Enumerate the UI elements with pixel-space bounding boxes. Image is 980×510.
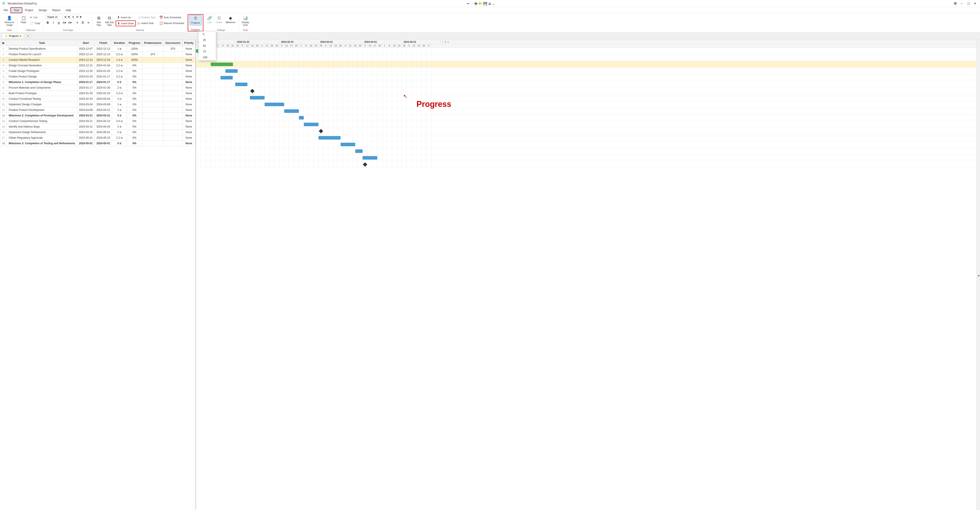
resource-usage-btn[interactable]: 👤 ResourceUsage <box>3 15 16 28</box>
open-btn[interactable]: 📂 <box>479 2 482 5</box>
gantt-row[interactable] <box>196 101 980 108</box>
th-collapse[interactable]: ▶ <box>0 40 7 46</box>
milestone-btn[interactable]: ◆ Milestone <box>224 15 237 25</box>
table-row[interactable]: 16 Implement Design Refinements 2024-04-… <box>0 129 196 135</box>
gantt-row[interactable] <box>196 94 980 101</box>
table-row[interactable]: 14 Conduct Comprehensive Testing 2024-03… <box>0 118 196 124</box>
save-btn[interactable]: 💾 <box>483 2 487 5</box>
menu-report[interactable]: Report <box>50 8 63 13</box>
cut-btn[interactable]: ✂ Cut <box>28 15 42 20</box>
gantt-bar[interactable] <box>211 62 233 66</box>
menu-file[interactable]: File <box>1 8 11 13</box>
gantt-row[interactable] <box>196 148 980 154</box>
table-row[interactable]: 15 Identify and Address Bugs 2024-04-12 … <box>0 124 196 129</box>
copy-btn[interactable]: 📄 Copy <box>28 21 42 26</box>
menu-help[interactable]: Help <box>63 8 74 13</box>
undo-btn[interactable]: ↩ <box>467 2 469 5</box>
progress-100[interactable]: 100 <box>199 54 216 60</box>
maximize-btn[interactable]: ⬜ <box>965 1 972 6</box>
align-left-btn[interactable]: ≡ <box>75 20 80 25</box>
gantt-row[interactable] <box>196 68 980 75</box>
bold-btn[interactable]: B <box>45 20 50 25</box>
more-btn[interactable]: ⌄ <box>492 2 495 5</box>
table-row[interactable]: 10 Conduct Functional Testing 2024-02-20… <box>0 96 196 102</box>
progress-25[interactable]: 25 <box>199 37 216 43</box>
gantt-row[interactable] <box>196 48 980 54</box>
italic-btn[interactable]: I <box>51 20 56 25</box>
table-row[interactable]: 9 Build Product Prototype 2024-01-30 202… <box>0 91 196 96</box>
th-priority[interactable]: Priority <box>182 40 195 46</box>
manual-scheduled-btn[interactable]: 📋 Manual Scheduled <box>158 21 186 26</box>
menu-design[interactable]: Design <box>36 8 49 13</box>
insert-up-btn[interactable]: ⬆ Insert Up <box>116 15 136 20</box>
gantt-bar[interactable] <box>363 156 377 160</box>
gantt-bar[interactable] <box>265 103 284 106</box>
menu-task[interactable]: Task <box>11 7 22 13</box>
table-row[interactable]: 4 Design Concept Generation 2023-12-21 2… <box>0 62 196 68</box>
table-row[interactable]: 17 Obtain Regulatory Approvals 2024-05-0… <box>0 135 196 140</box>
gantt-row[interactable] <box>196 108 980 114</box>
print-btn[interactable]: 🖨 <box>488 2 491 5</box>
gantt-bar[interactable] <box>221 76 233 79</box>
project-tab[interactable]: ⚡ Project1 <box>2 33 24 39</box>
table-row[interactable]: 2 Finalize Product for Launch 2023-12-14… <box>0 51 196 57</box>
gantt-bar[interactable] <box>355 149 363 153</box>
redo-btn[interactable]: ↪ <box>470 2 473 5</box>
table-row[interactable]: 6 Finalize Product Design 2024-01-03 202… <box>0 74 196 79</box>
gantt-row[interactable] <box>196 54 980 61</box>
table-row[interactable]: 18 Milestone 3: Completion of Testing an… <box>0 140 196 146</box>
progress-50[interactable]: 50 <box>199 43 216 49</box>
gantt-row[interactable] <box>196 75 980 81</box>
gantt-row[interactable] <box>196 141 980 148</box>
gantt-bar[interactable] <box>304 123 318 126</box>
menu-project[interactable]: Project <box>22 8 36 13</box>
font-color-btn[interactable]: A▾ <box>67 20 72 25</box>
minimize-btn[interactable]: ─ <box>959 1 965 6</box>
th-finish[interactable]: Finish <box>94 40 112 46</box>
th-task[interactable]: Task <box>7 40 77 46</box>
table-row[interactable]: 3 Conduct Market Research 2023-12-14 202… <box>0 57 196 62</box>
gantt-row[interactable] <box>196 114 980 121</box>
gantt-bar[interactable] <box>250 96 265 100</box>
gantt-bar[interactable] <box>284 109 299 113</box>
underline-btn[interactable]: U <box>56 20 61 25</box>
table-row[interactable]: 13 Milestone 2: Completion of Prototype … <box>0 113 196 118</box>
highlight-btn[interactable]: A▾ <box>62 20 67 25</box>
table-row[interactable]: 8 Procure Materials and Components 2024-… <box>0 85 196 91</box>
new-btn[interactable]: ➕ <box>474 2 478 5</box>
gantt-row[interactable] <box>196 135 980 141</box>
gantt-bar[interactable] <box>340 143 355 146</box>
th-progress[interactable]: Progress <box>127 40 142 46</box>
link-btn[interactable]: 🔗 Link <box>205 15 214 25</box>
table-row[interactable]: 7 Milestone 1: Completion of Design Phas… <box>0 79 196 85</box>
display-level-btn[interactable]: 📊 Displaylevel <box>240 15 251 28</box>
add-task-btn[interactable]: ⊞ AddTask <box>94 15 103 28</box>
indent-btn[interactable]: ▷ Indent Task <box>136 21 157 26</box>
th-successors[interactable]: Successors <box>164 40 182 46</box>
settings-icon[interactable]: ⚙ <box>954 2 957 6</box>
auto-scheduled-btn[interactable]: 📅 Auto Scheduled <box>158 15 186 20</box>
table-row[interactable]: 5 Create Design Prototypes 2023-12-20 20… <box>0 68 196 74</box>
progress-0[interactable]: 0 <box>199 32 216 37</box>
font-select[interactable]: Segoe UI <box>45 15 67 19</box>
gantt-row[interactable] <box>196 81 980 88</box>
gantt-row[interactable] <box>196 154 980 161</box>
gantt-bar[interactable] <box>225 69 238 73</box>
table-row[interactable]: 1 Develop Product Specifications 2023-12… <box>0 46 196 51</box>
th-start[interactable]: Start <box>77 40 94 46</box>
gantt-row[interactable] <box>196 128 980 135</box>
font-size-select[interactable]: 9 <box>70 15 79 19</box>
add-sub-task-btn[interactable]: ⊟ Add SubTask <box>103 15 115 28</box>
gantt-row[interactable] <box>196 161 980 168</box>
th-duration[interactable]: Duration <box>112 40 127 46</box>
gantt-row[interactable] <box>196 121 980 128</box>
progress-btn[interactable]: ⏱ Progress <box>189 15 202 25</box>
font-dropdown-arrow[interactable]: ▾ <box>68 15 70 19</box>
gantt-row[interactable] <box>196 88 980 94</box>
gantt-bar[interactable] <box>318 136 340 140</box>
close-btn[interactable]: ✕ <box>972 1 978 6</box>
gantt-bar[interactable] <box>299 116 304 119</box>
sidebar-toggle[interactable]: ◀ <box>978 274 979 277</box>
add-project-btn[interactable]: + <box>25 33 31 38</box>
progress-75[interactable]: 75 <box>199 49 216 54</box>
